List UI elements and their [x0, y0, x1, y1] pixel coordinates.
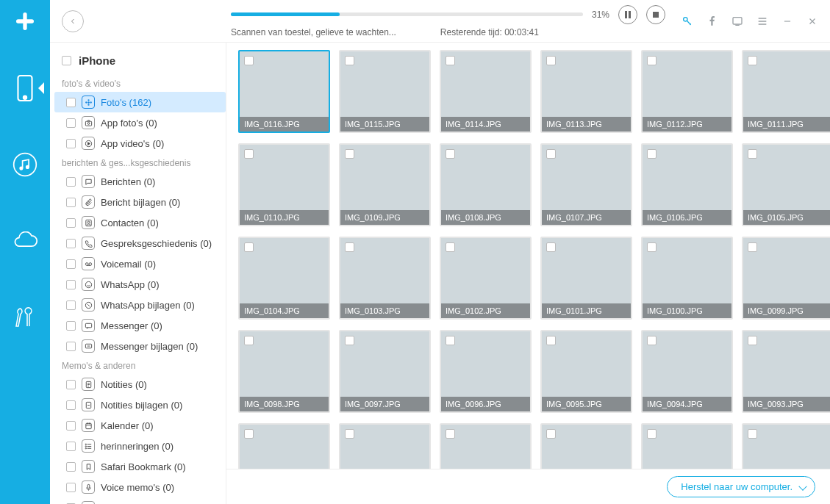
sidebar-item-messenger-bijlagen[interactable]: Messenger bijlagen (0) — [54, 336, 226, 356]
thumbnail-checkbox[interactable] — [546, 429, 556, 439]
sidebar-item-kalender[interactable]: Kalender (0) — [54, 415, 226, 436]
recover-button[interactable]: Herstel naar uw computer. — [667, 476, 815, 497]
sidebar-item-herinneringen[interactable]: herinneringen (0) — [54, 436, 226, 456]
item-checkbox[interactable] — [66, 177, 76, 187]
thumbnail[interactable]: IMG_0092.JPG — [238, 423, 330, 469]
item-checkbox[interactable] — [66, 400, 76, 410]
thumbnail-checkbox[interactable] — [748, 429, 757, 439]
thumbnail[interactable]: IMG_0099.JPG — [742, 237, 830, 320]
sidebar-item-berichten[interactable]: Berichten (0) — [54, 171, 226, 192]
sidebar-item-foto-s[interactable]: Foto's (162) — [54, 92, 226, 112]
thumbnail[interactable]: IMG_0090.JPG — [440, 423, 532, 469]
thumbnail-checkbox[interactable] — [244, 336, 254, 345]
thumbnail-checkbox[interactable] — [446, 242, 455, 252]
sidebar-item-app-video-s[interactable]: App video's (0) — [54, 133, 226, 154]
thumbnail[interactable]: IMG_0116.JPG — [238, 50, 330, 133]
close-button[interactable] — [805, 14, 820, 29]
item-checkbox[interactable] — [66, 321, 76, 331]
thumbnail[interactable]: IMG_0101.JPG — [540, 237, 632, 320]
sidebar-item-notities-bijlagen[interactable]: Notities bijlagen (0) — [54, 395, 226, 415]
thumbnail[interactable]: IMG_0110.JPG — [238, 143, 330, 226]
sidebar-item-bericht-bijlagen[interactable]: Bericht bijlagen (0) — [54, 192, 226, 212]
item-checkbox[interactable] — [66, 483, 76, 492]
thumbnail[interactable]: IMG_0100.JPG — [641, 237, 733, 320]
rail-cloud-icon[interactable] — [9, 225, 41, 257]
thumbnail[interactable]: IMG_0102.JPG — [440, 237, 532, 320]
rail-device-icon[interactable] — [9, 72, 41, 104]
sidebar-item-whatsapp-bijlagen[interactable]: WhatsApp bijlagen (0) — [54, 295, 226, 315]
item-checkbox[interactable] — [66, 462, 76, 472]
thumbnail-checkbox[interactable] — [345, 242, 354, 252]
thumbnail[interactable]: IMG_0113.JPG — [540, 50, 632, 133]
item-checkbox[interactable] — [66, 139, 76, 148]
sidebar-item-voice-memo-s[interactable]: Voice memo's (0) — [54, 477, 226, 497]
thumbnail[interactable]: IMG_0089.JPG — [540, 423, 632, 469]
thumbnail-checkbox[interactable] — [546, 242, 556, 252]
sidebar-item-app-document[interactable]: App Document (0) — [54, 497, 226, 504]
thumbnail[interactable]: IMG_0114.JPG — [440, 50, 532, 133]
thumbnail[interactable]: IMG_0091.JPG — [339, 423, 431, 469]
sidebar-item-notities[interactable]: Notities (0) — [54, 374, 226, 395]
thumbnail[interactable]: IMG_0115.JPG — [339, 50, 431, 133]
menu-icon[interactable] — [755, 14, 770, 29]
minimize-button[interactable] — [780, 14, 795, 29]
sidebar-item-gespreksgeschiedenis[interactable]: Gespreksgeschiedenis (0) — [54, 233, 226, 253]
thumbnail-checkbox[interactable] — [647, 149, 657, 159]
back-button[interactable] — [62, 10, 84, 32]
item-checkbox[interactable] — [66, 239, 76, 248]
sidebar-item-app-foto-s[interactable]: App foto's (0) — [54, 112, 226, 133]
rail-music-icon[interactable] — [9, 148, 41, 181]
stop-button[interactable] — [646, 5, 665, 24]
device-checkbox[interactable] — [62, 56, 71, 65]
thumbnail-checkbox[interactable] — [244, 242, 254, 252]
thumbnail-checkbox[interactable] — [546, 56, 556, 65]
thumbnail-checkbox[interactable] — [345, 336, 354, 345]
thumbnail-checkbox[interactable] — [244, 429, 254, 439]
thumbnail-checkbox[interactable] — [345, 429, 354, 439]
thumbnail[interactable]: IMG_0108.JPG — [440, 143, 532, 226]
feedback-icon[interactable] — [730, 14, 745, 29]
thumbnail[interactable]: IMG_0097.JPG — [339, 330, 431, 413]
thumbnail[interactable]: IMG_0111.JPG — [742, 50, 830, 133]
sidebar-item-safari-bookmark[interactable]: Safari Bookmark (0) — [54, 456, 226, 477]
pause-button[interactable] — [618, 5, 637, 24]
thumbnail[interactable]: IMG_0106.JPG — [641, 143, 733, 226]
thumbnail-checkbox[interactable] — [647, 242, 657, 252]
sidebar-item-voicemail[interactable]: Voicemail (0) — [54, 253, 226, 274]
item-checkbox[interactable] — [66, 342, 76, 351]
thumbnail[interactable]: IMG_0087.JPG — [742, 423, 830, 469]
thumbnail[interactable]: IMG_0095.JPG — [540, 330, 632, 413]
key-icon[interactable] — [680, 14, 695, 29]
thumbnail[interactable]: IMG_0104.JPG — [238, 237, 330, 320]
thumbnail-checkbox[interactable] — [748, 242, 757, 252]
item-checkbox[interactable] — [66, 259, 76, 269]
thumbnail[interactable]: IMG_0088.JPG — [641, 423, 733, 469]
thumbnail-checkbox[interactable] — [446, 429, 455, 439]
thumbnail-checkbox[interactable] — [446, 149, 455, 159]
thumbnail[interactable]: IMG_0103.JPG — [339, 237, 431, 320]
rail-tools-icon[interactable] — [9, 301, 41, 334]
item-checkbox[interactable] — [66, 421, 76, 431]
thumbnail-checkbox[interactable] — [647, 56, 657, 65]
device-row[interactable]: iPhone — [54, 51, 226, 74]
thumbnail-checkbox[interactable] — [345, 149, 354, 159]
thumbnail-checkbox[interactable] — [748, 56, 757, 65]
thumbnail-checkbox[interactable] — [647, 336, 657, 345]
thumbnail-checkbox[interactable] — [546, 336, 556, 345]
thumbnail[interactable]: IMG_0107.JPG — [540, 143, 632, 226]
item-checkbox[interactable] — [66, 380, 76, 389]
item-checkbox[interactable] — [66, 118, 76, 128]
thumbnail[interactable]: IMG_0098.JPG — [238, 330, 330, 413]
sidebar-item-messenger[interactable]: Messenger (0) — [54, 315, 226, 336]
thumbnail[interactable]: IMG_0093.JPG — [742, 330, 830, 413]
item-checkbox[interactable] — [66, 98, 76, 107]
thumbnail-checkbox[interactable] — [446, 56, 455, 65]
item-checkbox[interactable] — [66, 218, 76, 228]
thumbnail[interactable]: IMG_0094.JPG — [641, 330, 733, 413]
sidebar-item-whatsapp[interactable]: WhatsApp (0) — [54, 274, 226, 295]
thumbnail-checkbox[interactable] — [244, 149, 254, 159]
item-checkbox[interactable] — [66, 300, 76, 310]
thumbnail-checkbox[interactable] — [546, 149, 556, 159]
thumbnail-checkbox[interactable] — [748, 336, 757, 345]
thumbnail-checkbox[interactable] — [446, 336, 455, 345]
